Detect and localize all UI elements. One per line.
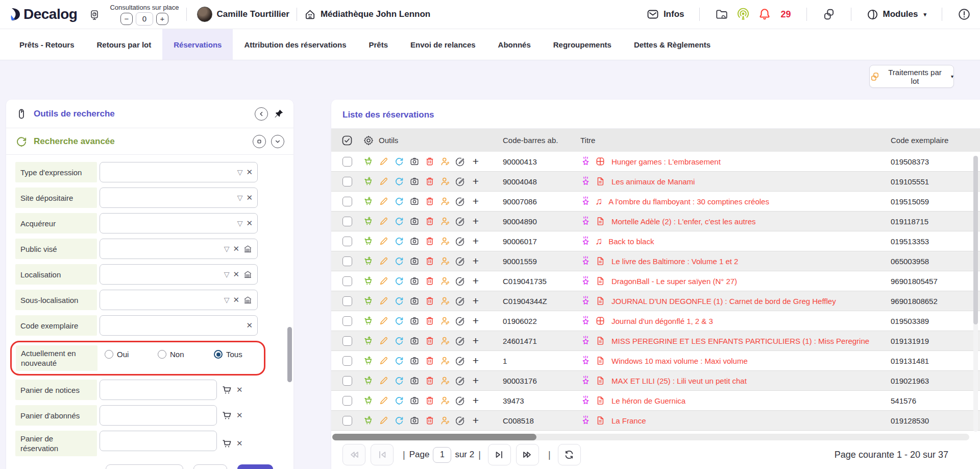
renew-icon[interactable] [394, 395, 405, 406]
note-edit-icon[interactable] [455, 415, 466, 426]
current-library[interactable]: Médiathèque John Lennon [304, 9, 430, 20]
site-d-positaire-input[interactable] [100, 187, 258, 208]
add-plus-icon[interactable]: + [470, 255, 481, 267]
edit-pencil-icon[interactable] [378, 236, 389, 247]
alert-info-icon[interactable] [958, 8, 971, 21]
cart-add-icon[interactable] [363, 375, 374, 386]
clear-search-button[interactable] [193, 464, 227, 469]
clear-field-icon[interactable]: ✕ [246, 193, 253, 202]
edit-pencil-icon[interactable] [378, 255, 389, 267]
type-d-expression-input[interactable] [100, 162, 258, 182]
renew-icon[interactable] [394, 335, 405, 346]
add-plus-icon[interactable]: + [470, 395, 481, 406]
add-plus-icon[interactable]: + [470, 156, 481, 167]
note-edit-icon[interactable] [455, 375, 466, 386]
vertical-scrollbar-track[interactable] [973, 156, 978, 432]
subscriber-edit-icon[interactable] [439, 395, 451, 406]
panier-de-r-servation-input[interactable] [100, 431, 217, 451]
renew-icon[interactable] [394, 216, 405, 227]
tab-dettes-r-glements[interactable]: Dettes & Règlements [623, 29, 722, 60]
panier-de-notices-input[interactable] [100, 380, 217, 400]
edit-pencil-icon[interactable] [378, 156, 389, 167]
delete-trash-icon[interactable] [424, 176, 435, 187]
row-checkbox[interactable] [342, 296, 352, 306]
subscriber-edit-icon[interactable] [439, 315, 451, 326]
note-edit-icon[interactable] [455, 236, 466, 247]
row-title-link[interactable]: La France [611, 416, 646, 425]
add-plus-icon[interactable]: + [470, 275, 481, 287]
delete-trash-icon[interactable] [424, 395, 435, 406]
cart-add-icon[interactable] [363, 176, 374, 187]
picker-icon[interactable]: ▽ [224, 245, 230, 253]
clear-field-icon[interactable]: ✕ [246, 168, 253, 177]
batch-processing-button[interactable]: Traitements par lot ▾ [869, 65, 954, 88]
clear-field-icon[interactable]: ✕ [236, 411, 243, 420]
page-number-input[interactable]: 1 [433, 447, 451, 463]
building-icon[interactable] [243, 295, 253, 305]
tab-retours-par-lot[interactable]: Retours par lot [86, 29, 163, 60]
renew-icon[interactable] [394, 176, 405, 187]
camera-icon[interactable] [409, 236, 420, 247]
tab-attribution-des-r-servations[interactable]: Attribution des réservations [233, 29, 357, 60]
camera-icon[interactable] [409, 156, 420, 167]
renew-icon[interactable] [394, 196, 405, 207]
modules-menu[interactable]: Modules ▾ [867, 9, 926, 20]
camera-icon[interactable] [409, 355, 420, 366]
row-checkbox[interactable] [342, 316, 352, 326]
subscriber-edit-icon[interactable] [439, 375, 451, 386]
stop-section-button[interactable] [253, 135, 266, 148]
cart-add-icon[interactable] [363, 236, 374, 247]
delete-trash-icon[interactable] [424, 355, 435, 366]
previous-page-button[interactable] [371, 444, 394, 465]
panier-d-abonn-s-input[interactable] [100, 405, 217, 426]
horizontal-scrollbar-thumb[interactable] [332, 434, 536, 440]
collapse-section-button[interactable] [271, 135, 284, 148]
pin-icon[interactable] [273, 108, 284, 120]
edit-pencil-icon[interactable] [378, 216, 389, 227]
row-checkbox[interactable] [342, 237, 352, 246]
delete-trash-icon[interactable] [424, 375, 435, 386]
clear-field-icon[interactable]: ✕ [246, 219, 253, 228]
note-edit-icon[interactable] [455, 255, 466, 267]
row-title-link[interactable]: Journal d'un dégonflé 1, 2 & 3 [611, 317, 713, 325]
renew-icon[interactable] [394, 236, 405, 247]
subscriber-edit-icon[interactable] [439, 255, 451, 267]
delete-trash-icon[interactable] [424, 236, 435, 247]
note-edit-icon[interactable] [455, 315, 466, 326]
renew-icon[interactable] [394, 275, 405, 287]
edit-pencil-icon[interactable] [378, 375, 389, 386]
tab-abonn-s[interactable]: Abonnés [487, 29, 542, 60]
row-checkbox[interactable] [342, 416, 352, 426]
cart-add-icon[interactable] [363, 156, 374, 167]
select-all-checkbox-icon[interactable] [341, 134, 353, 147]
note-edit-icon[interactable] [455, 335, 466, 346]
row-checkbox[interactable] [342, 197, 352, 206]
picker-icon[interactable]: ▽ [237, 219, 243, 227]
add-plus-icon[interactable]: + [470, 216, 481, 227]
add-plus-icon[interactable]: + [470, 335, 481, 346]
add-plus-icon[interactable]: + [470, 196, 481, 207]
delete-trash-icon[interactable] [424, 415, 435, 426]
row-title-link[interactable]: MAX ET LILI (25) : Lili veut un petit ch… [611, 377, 747, 385]
row-checkbox[interactable] [342, 217, 352, 226]
delete-trash-icon[interactable] [424, 335, 435, 346]
radio-button-icon[interactable] [214, 350, 223, 359]
horizontal-scrollbar-track[interactable] [332, 434, 969, 440]
cart-add-icon[interactable] [363, 315, 374, 326]
delete-trash-icon[interactable] [424, 196, 435, 207]
note-edit-icon[interactable] [455, 275, 466, 287]
consultations-minus-button[interactable]: − [120, 13, 133, 25]
building-icon[interactable] [243, 270, 253, 279]
current-user[interactable]: Camille Tourtillier [197, 7, 289, 22]
cart-add-icon[interactable] [363, 255, 374, 267]
row-checkbox[interactable] [342, 276, 352, 286]
subscriber-edit-icon[interactable] [439, 216, 451, 227]
clear-field-icon[interactable]: ✕ [246, 321, 253, 330]
note-edit-icon[interactable] [455, 156, 466, 167]
row-checkbox[interactable] [342, 396, 352, 406]
consultations-value[interactable]: 0 [136, 12, 153, 26]
subscriber-edit-icon[interactable] [439, 196, 451, 207]
next-page-button[interactable] [488, 444, 511, 465]
notifications-count[interactable]: 29 [780, 9, 791, 20]
renew-icon[interactable] [394, 355, 405, 366]
